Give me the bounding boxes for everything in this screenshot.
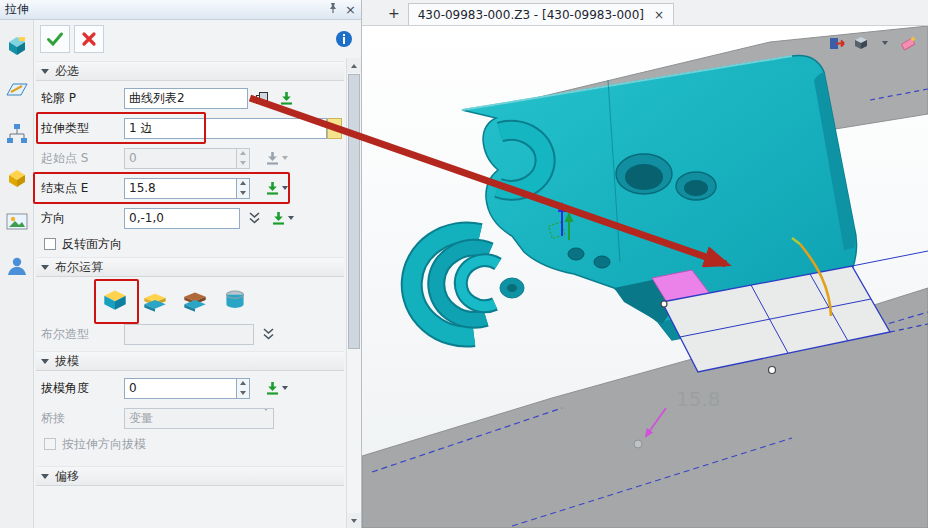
boolean-remove-icon[interactable] bbox=[178, 282, 212, 316]
expand-chevron-icon[interactable] bbox=[244, 208, 264, 228]
draft-along-label: 按拉伸方向拔模 bbox=[62, 436, 146, 453]
new-tab-button[interactable]: + bbox=[388, 5, 400, 21]
dimension-text: 15.8 bbox=[676, 387, 721, 411]
profile-input[interactable]: 曲线列表2 bbox=[124, 88, 248, 109]
import-profile-icon[interactable] bbox=[276, 88, 296, 108]
boolean-expand-chevron-icon[interactable] bbox=[258, 324, 278, 344]
draft-angle-label: 拔模角度 bbox=[38, 380, 124, 397]
flip-face-label: 反转面方向 bbox=[62, 236, 122, 253]
tab-title: 430-09983-000.Z3 - [430-09983-000] bbox=[418, 8, 644, 22]
boolean-shape-label: 布尔造型 bbox=[38, 326, 124, 343]
bridge-label: 桥接 bbox=[38, 410, 124, 427]
end-dropdown-icon[interactable] bbox=[282, 186, 288, 190]
section-required[interactable]: 必选 bbox=[36, 61, 344, 81]
user-icon[interactable] bbox=[5, 254, 29, 278]
start-import-icon-disabled bbox=[262, 148, 282, 168]
collapse-icon bbox=[41, 359, 49, 364]
direction-value: 0,-1,0 bbox=[129, 211, 164, 225]
draft-along-checkbox bbox=[44, 438, 56, 450]
pick-list-icon[interactable] bbox=[252, 88, 272, 108]
bridge-select: 变量 bbox=[124, 408, 274, 429]
extrude-type-dropdown-icon[interactable] bbox=[327, 118, 342, 139]
end-point-input[interactable]: 15.8 bbox=[124, 178, 237, 199]
dialog-panel: 必选 轮廓 P 曲线列表2 bbox=[34, 58, 346, 528]
section-boolean[interactable]: 布尔运算 bbox=[36, 257, 344, 277]
view-dropdown-icon[interactable] bbox=[875, 33, 894, 52]
boolean-add-icon[interactable] bbox=[138, 282, 172, 316]
row-end-point: 结束点 E 15.8 bbox=[38, 174, 342, 202]
collapse-icon bbox=[41, 69, 49, 74]
zw3d-window: 拉伸 × bbox=[0, 0, 928, 528]
row-draft-along: 按拉伸方向拔模 bbox=[44, 434, 342, 454]
start-point-label: 起始点 S bbox=[38, 150, 124, 167]
boolean-base-icon[interactable] bbox=[98, 282, 132, 316]
model-scene: 15.8 bbox=[362, 26, 928, 528]
boolean-intersect-icon[interactable] bbox=[218, 282, 252, 316]
start-point-value: 0 bbox=[129, 151, 137, 165]
dialog-close-icon[interactable]: × bbox=[345, 3, 356, 16]
row-start-point: 起始点 S 0 bbox=[38, 144, 342, 172]
start-dropdown-icon bbox=[282, 156, 288, 160]
row-draft-angle: 拔模角度 0 bbox=[38, 374, 342, 402]
direction-input[interactable]: 0,-1,0 bbox=[124, 208, 240, 229]
section-offset[interactable]: 偏移 bbox=[36, 466, 344, 486]
boolean-shape-input bbox=[124, 324, 254, 345]
end-point-label: 结束点 E bbox=[38, 180, 124, 197]
extrude-type-value: 1 边 bbox=[129, 120, 152, 137]
document-tab[interactable]: 430-09983-000.Z3 - [430-09983-000] × bbox=[408, 3, 674, 25]
row-bridge: 桥接 变量 bbox=[38, 404, 342, 432]
info-icon bbox=[336, 31, 352, 47]
assembly-tree-icon[interactable] bbox=[5, 122, 29, 146]
viewport-pane: + 430-09983-000.Z3 - [430-09983-000] × bbox=[362, 0, 928, 528]
draft-import-icon[interactable] bbox=[262, 378, 282, 398]
profile-value: 曲线列表2 bbox=[129, 90, 185, 107]
sketch-icon[interactable] bbox=[5, 78, 29, 102]
solid-block-icon[interactable] bbox=[5, 166, 29, 190]
draft-angle-value: 0 bbox=[129, 381, 137, 395]
exit-icon[interactable] bbox=[827, 33, 846, 52]
direction-import-icon[interactable] bbox=[268, 208, 288, 228]
pin-icon[interactable] bbox=[327, 2, 339, 17]
dialog-scrollbar[interactable] bbox=[346, 58, 361, 528]
extrude-type-select[interactable]: 1 边 bbox=[124, 118, 327, 139]
section-required-label: 必选 bbox=[55, 63, 79, 80]
tab-close-icon[interactable]: × bbox=[654, 8, 664, 22]
extrude-type-label: 拉伸类型 bbox=[38, 120, 124, 137]
dialog-titlebar[interactable]: 拉伸 × bbox=[0, 0, 361, 20]
viewport-toolbar bbox=[827, 33, 918, 52]
direction-dropdown-icon[interactable] bbox=[288, 216, 294, 220]
image-render-icon[interactable] bbox=[5, 210, 29, 234]
boolean-mode-row bbox=[38, 280, 342, 318]
cancel-button[interactable] bbox=[74, 25, 104, 53]
row-profile: 轮廓 P 曲线列表2 bbox=[38, 84, 342, 112]
eraser-icon[interactable] bbox=[899, 33, 918, 52]
row-direction: 方向 0,-1,0 bbox=[38, 204, 342, 232]
scrollbar-thumb[interactable] bbox=[348, 74, 360, 349]
end-point-stepper[interactable] bbox=[237, 178, 250, 199]
draft-dropdown-icon[interactable] bbox=[282, 386, 288, 390]
collapse-icon bbox=[41, 474, 49, 479]
dialog-title: 拉伸 bbox=[5, 1, 29, 18]
confirm-button[interactable] bbox=[40, 25, 70, 53]
row-extrude-type: 拉伸类型 1 边 bbox=[38, 114, 342, 142]
extrude-feature-icon[interactable] bbox=[5, 34, 29, 58]
row-boolean-shape: 布尔造型 bbox=[38, 320, 342, 348]
feature-icon-strip bbox=[0, 20, 34, 528]
extrude-dialog: 拉伸 × bbox=[0, 0, 362, 528]
info-button[interactable] bbox=[333, 28, 355, 50]
dialog-toolbar bbox=[34, 20, 361, 58]
viewport-3d[interactable]: 15.8 bbox=[362, 26, 928, 528]
end-point-value: 15.8 bbox=[129, 181, 156, 195]
scroll-up-icon[interactable] bbox=[347, 58, 361, 73]
row-flip-face: 反转面方向 bbox=[44, 234, 342, 254]
direction-label: 方向 bbox=[38, 210, 124, 227]
end-import-icon[interactable] bbox=[262, 178, 282, 198]
draft-angle-stepper[interactable] bbox=[237, 378, 250, 399]
scroll-down-icon[interactable] bbox=[347, 513, 361, 528]
draft-angle-input[interactable]: 0 bbox=[124, 378, 237, 399]
section-boolean-label: 布尔运算 bbox=[55, 259, 103, 276]
view-cube-icon[interactable] bbox=[851, 33, 870, 52]
section-draft[interactable]: 拔模 bbox=[36, 351, 344, 371]
start-point-stepper bbox=[237, 148, 250, 169]
flip-face-checkbox[interactable] bbox=[44, 238, 56, 250]
